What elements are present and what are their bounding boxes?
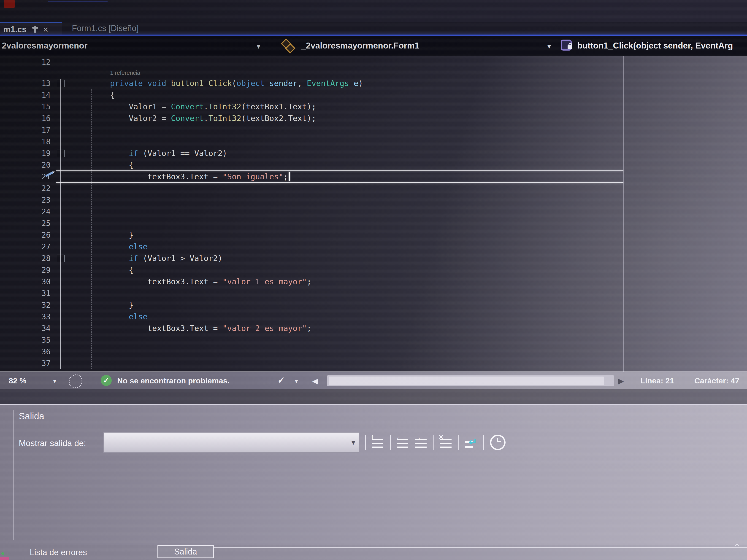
tab-error-list[interactable]: Lista de errores — [30, 548, 87, 557]
code-line-19[interactable]: 19− if (Valor1 == Valor2) — [0, 148, 623, 159]
line-number[interactable]: 30 — [0, 276, 54, 288]
fold-collapse-icon[interactable]: − — [57, 150, 65, 157]
line-number[interactable]: 18 — [0, 136, 54, 148]
tab-output[interactable]: Salida — [157, 545, 214, 558]
code-line-24[interactable]: 24 — [0, 206, 623, 217]
fold-margin — [54, 171, 69, 183]
code-line-27[interactable]: 27 else — [0, 241, 623, 252]
dropdown-caret-icon[interactable]: ▾ — [352, 438, 355, 447]
line-number[interactable]: 16 — [0, 112, 54, 124]
code-line-36[interactable]: 36 — [0, 346, 623, 357]
toggle-word-wrap-icon[interactable]: ↵ — [465, 437, 478, 448]
health-check-icon[interactable]: ✓ — [101, 375, 112, 386]
line-number[interactable]: 15 — [0, 101, 54, 112]
photo-green-artifact — [1, 552, 4, 555]
next-message-icon[interactable]: → — [415, 437, 428, 448]
code-text: { — [69, 89, 115, 101]
code-line-20[interactable]: 20 { — [0, 159, 623, 171]
code-line-16[interactable]: 16 Valor2 = Convert.ToInt32(textBox2.Tex… — [0, 112, 623, 124]
clock-icon[interactable] — [490, 435, 506, 450]
zoom-level-control[interactable]: 82 % — [9, 376, 27, 385]
code-cleanup-caret-icon[interactable]: ▾ — [295, 377, 298, 385]
code-line-30[interactable]: 30 textBox3.Text = "valor 1 es mayor"; — [0, 276, 623, 288]
scroll-left-icon[interactable]: ◀ — [312, 376, 318, 385]
codelens-reference-label[interactable]: 1 referencia — [110, 68, 140, 78]
code-line-14[interactable]: 14 { — [0, 89, 623, 101]
editor-status-strip: 82 % ▾ ✓ No se encontraron problemas. ✓ … — [0, 372, 747, 389]
editor-status-icon[interactable] — [69, 374, 82, 388]
line-number[interactable]: 35 — [0, 334, 54, 346]
line-number[interactable]: 37 — [0, 357, 54, 369]
code-text: if (Valor1 == Valor2) — [69, 148, 227, 159]
up-arrow-icon[interactable]: ↑ — [733, 538, 741, 555]
go-to-previous-message-icon[interactable]: ↑ — [372, 437, 384, 448]
toolbar-separator — [390, 435, 391, 450]
line-number[interactable]: 12 — [0, 56, 54, 68]
vertical-scrollbar-edge[interactable] — [623, 56, 624, 372]
tab-form1-designer[interactable]: Form1.cs [Diseño] — [67, 22, 139, 34]
line-number[interactable]: 28 — [0, 252, 54, 264]
scroll-right-icon[interactable]: ▶ — [618, 376, 624, 385]
project-dropdown-caret-icon[interactable]: ▾ — [257, 42, 260, 50]
output-source-dropdown[interactable]: ▾ — [103, 432, 359, 453]
line-number[interactable]: 23 — [0, 194, 54, 206]
horizontal-scrollbar[interactable] — [327, 375, 614, 386]
line-number[interactable]: 17 — [0, 124, 54, 136]
code-line-23[interactable]: 23 — [0, 194, 623, 206]
code-line-12[interactable]: 12 — [0, 56, 623, 68]
line-number[interactable]: 26 — [0, 229, 54, 241]
code-cleanup-icon[interactable]: ✓ — [277, 375, 285, 385]
code-line-17[interactable]: 17 — [0, 124, 623, 136]
code-line-33[interactable]: 33 else — [0, 311, 623, 323]
class-dropdown[interactable]: _2valoresmayormenor.Form1 — [301, 41, 419, 51]
code-line-35[interactable]: 35 — [0, 334, 623, 346]
line-number[interactable]: 32 — [0, 299, 54, 311]
code-line-29[interactable]: 29 { — [0, 264, 623, 276]
line-number[interactable]: 14 — [0, 89, 54, 101]
tab-form1-cs[interactable]: m1.cs × — [0, 22, 62, 36]
code-editor[interactable]: 121 referencia13− private void button1_C… — [0, 56, 747, 372]
code-line-21[interactable]: 21 textBox3.Text = "Son iguales"; — [0, 171, 623, 183]
line-number[interactable]: 24 — [0, 206, 54, 217]
code-line-22[interactable]: 22 — [0, 183, 623, 194]
zoom-dropdown-caret-icon[interactable]: ▾ — [53, 377, 56, 385]
fold-margin — [54, 311, 69, 323]
photo-red-artifact — [4, 0, 15, 8]
line-number[interactable]: 31 — [0, 288, 54, 299]
code-line-18[interactable]: 18 — [0, 136, 623, 148]
line-number[interactable]: 22 — [0, 183, 54, 194]
clear-all-icon[interactable]: × — [440, 437, 453, 448]
project-dropdown[interactable]: 2valoresmayormenor — [2, 41, 87, 51]
code-line-37[interactable]: 37 — [0, 357, 623, 369]
method-dropdown[interactable]: button1_Click(object sender, EventArg — [577, 41, 733, 51]
line-number[interactable]: 36 — [0, 346, 54, 357]
pin-icon[interactable] — [34, 26, 36, 33]
line-number[interactable]: 19 — [0, 148, 54, 159]
line-number[interactable]: 13 — [0, 78, 54, 89]
code-line-31[interactable]: 31 — [0, 288, 623, 299]
code-line-15[interactable]: 15 Valor1 = Convert.ToInt32(textBox1.Tex… — [0, 101, 623, 112]
fold-collapse-icon[interactable]: − — [57, 80, 65, 87]
code-line-26[interactable]: 26 } — [0, 229, 623, 241]
line-number[interactable]: 25 — [0, 217, 54, 229]
code-line-32[interactable]: 32 } — [0, 299, 623, 311]
code-line-34[interactable]: 34 textBox3.Text = "valor 2 es mayor"; — [0, 323, 623, 334]
line-number[interactable]: 20 — [0, 159, 54, 171]
line-number[interactable]: 33 — [0, 311, 54, 323]
line-indicator: Línea: 21 — [640, 376, 674, 385]
scrollbar-thumb[interactable] — [329, 376, 604, 385]
previous-message-icon[interactable]: ← — [397, 437, 409, 448]
code-text: Valor1 = Convert.ToInt32(textBox1.Text); — [69, 101, 316, 112]
line-number[interactable]: 34 — [0, 323, 54, 334]
code-line-28[interactable]: 28− if (Valor1 > Valor2) — [0, 252, 623, 264]
close-icon[interactable]: × — [43, 25, 48, 34]
fold-collapse-icon[interactable]: − — [57, 255, 65, 262]
code-line-13[interactable]: 13− private void button1_Click(object se… — [0, 78, 623, 89]
line-number[interactable]: 21 — [0, 171, 54, 183]
photo-pink-artifact — [0, 557, 9, 560]
code-line-25[interactable]: 25 — [0, 217, 623, 229]
class-dropdown-caret-icon[interactable]: ▾ — [547, 42, 551, 50]
line-number[interactable]: 27 — [0, 241, 54, 252]
toolbar-separator — [458, 435, 459, 450]
line-number[interactable]: 29 — [0, 264, 54, 276]
